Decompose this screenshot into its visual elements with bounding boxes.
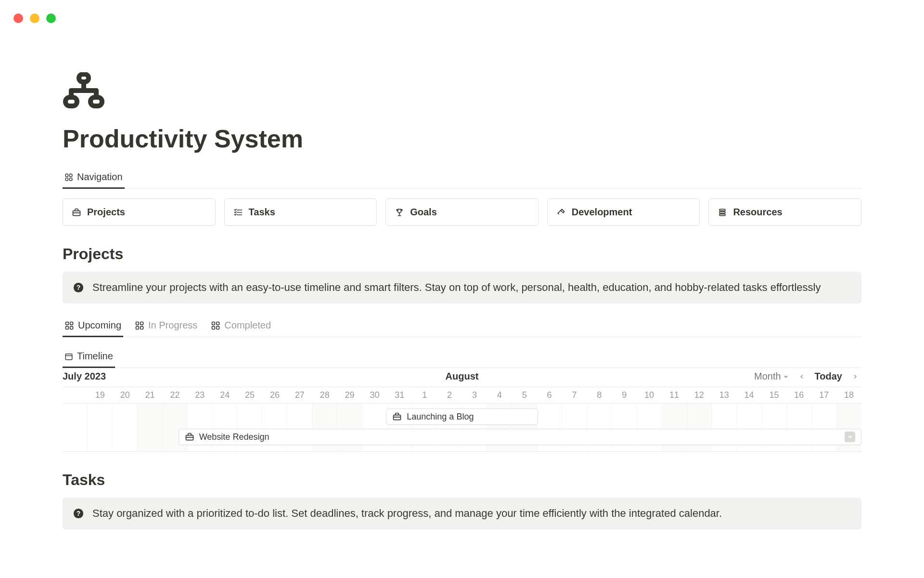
- timeline-date: 22: [163, 387, 188, 403]
- tasks-callout: ? Stay organized with a prioritized to-d…: [63, 498, 861, 529]
- timeline-controls: Month Today: [754, 371, 861, 382]
- svg-rect-41: [186, 435, 193, 440]
- svg-rect-31: [136, 326, 139, 329]
- timeline-bar-label: Website Redesign: [199, 432, 270, 442]
- timeline-tab-row: Timeline: [63, 347, 861, 368]
- timeline-date: [63, 387, 88, 403]
- tasks-callout-text: Stay organized with a prioritized to-do …: [92, 507, 722, 520]
- svg-rect-10: [70, 178, 72, 180]
- svg-rect-9: [65, 178, 68, 180]
- timeline-date: 23: [187, 387, 212, 403]
- tab-timeline-label: Timeline: [77, 351, 113, 362]
- timeline-date: 21: [138, 387, 163, 403]
- timeline-date: 28: [312, 387, 337, 403]
- hammer-icon: [556, 208, 566, 217]
- timeline-bars-area: Launching a BlogWebsite Redesign: [63, 404, 861, 452]
- timeline-mode-label: Month: [754, 371, 781, 382]
- mac-max-dot[interactable]: [46, 13, 56, 23]
- svg-line-19: [558, 213, 559, 214]
- timeline-date: 20: [113, 387, 138, 403]
- timeline-date: 2: [437, 387, 462, 403]
- timeline-date: 29: [337, 387, 362, 403]
- svg-rect-22: [720, 214, 726, 215]
- timeline-date: 1: [412, 387, 437, 403]
- timeline-date: 19: [88, 387, 113, 403]
- svg-text:?: ?: [77, 284, 80, 291]
- timeline-bar-website-redesign[interactable]: Website Redesign: [179, 429, 861, 445]
- timeline-date: 5: [512, 387, 537, 403]
- svg-rect-39: [394, 415, 401, 420]
- tab-timeline[interactable]: Timeline: [63, 347, 115, 368]
- tab-in-progress[interactable]: In Progress: [133, 316, 199, 337]
- timeline-date: 7: [562, 387, 587, 403]
- help-icon: ?: [73, 508, 84, 519]
- svg-rect-37: [65, 354, 72, 359]
- mac-traffic-lights: [13, 13, 56, 23]
- nav-tab-row: Navigation: [63, 168, 861, 189]
- nav-card-projects[interactable]: Projects: [63, 198, 216, 226]
- timeline-today[interactable]: Today: [815, 371, 842, 382]
- timeline-month-left: July 2023: [63, 371, 106, 382]
- help-icon: ?: [73, 282, 84, 293]
- svg-rect-8: [70, 174, 72, 176]
- chevron-left-icon: [798, 373, 805, 380]
- nav-cards: ProjectsTasksGoalsDevelopmentResources: [63, 198, 861, 226]
- timeline-date: 31: [387, 387, 412, 403]
- timeline-date: 8: [587, 387, 612, 403]
- page-icon: [63, 72, 861, 110]
- svg-rect-33: [212, 322, 215, 325]
- timeline-date: 10: [637, 387, 662, 403]
- timeline-date: 4: [487, 387, 512, 403]
- timeline-next[interactable]: [849, 373, 861, 380]
- tab-label: Upcoming: [78, 320, 121, 331]
- timeline-bar-launching-a-blog[interactable]: Launching a Blog: [386, 408, 538, 425]
- calendar-icon: [64, 352, 73, 361]
- tab-label: In Progress: [148, 320, 197, 331]
- timeline-prev[interactable]: [796, 373, 808, 380]
- timeline-date: 9: [612, 387, 637, 403]
- tab-completed[interactable]: Completed: [209, 316, 273, 337]
- timeline-date: 17: [811, 387, 836, 403]
- svg-rect-28: [70, 326, 73, 329]
- timeline-date: 30: [362, 387, 387, 403]
- timeline-date: 26: [262, 387, 287, 403]
- projects-callout: ? Streamline your projects with an easy-…: [63, 272, 861, 303]
- tab-navigation-label: Navigation: [77, 171, 123, 183]
- svg-rect-7: [65, 174, 68, 176]
- timeline-date: 12: [687, 387, 712, 403]
- svg-rect-26: [70, 322, 73, 325]
- nav-card-resources[interactable]: Resources: [708, 198, 861, 226]
- tasks-heading: Tasks: [63, 471, 861, 489]
- grid-icon: [64, 321, 74, 330]
- timeline-date: 24: [212, 387, 237, 403]
- mac-close-dot[interactable]: [13, 13, 23, 23]
- timeline-date: 14: [737, 387, 762, 403]
- nav-card-label: Tasks: [249, 207, 275, 218]
- timeline-date: 6: [537, 387, 562, 403]
- grid-icon: [211, 321, 220, 330]
- nav-card-tasks[interactable]: Tasks: [224, 198, 377, 226]
- timeline-date: 11: [662, 387, 687, 403]
- nav-card-goals[interactable]: Goals: [385, 198, 539, 226]
- timeline-date: 13: [712, 387, 737, 403]
- timeline-bar-label: Launching a Blog: [407, 412, 474, 422]
- tab-navigation[interactable]: Navigation: [63, 168, 125, 188]
- nav-card-label: Projects: [87, 207, 125, 218]
- nav-card-label: Goals: [410, 207, 437, 218]
- tab-upcoming[interactable]: Upcoming: [63, 316, 123, 337]
- continues-right-icon: [845, 432, 855, 442]
- trophy-icon: [395, 208, 404, 217]
- timeline-date: 27: [287, 387, 312, 403]
- projects-heading: Projects: [63, 245, 861, 263]
- checklist-icon: [233, 208, 243, 217]
- timeline-date: 15: [762, 387, 787, 403]
- projects-subtabs: UpcomingIn ProgressCompleted: [63, 316, 861, 337]
- timeline-mode-select[interactable]: Month: [754, 371, 789, 382]
- mac-min-dot[interactable]: [30, 13, 39, 23]
- svg-rect-35: [212, 326, 215, 329]
- timeline-date: 25: [237, 387, 262, 403]
- timeline-month-center: August: [446, 371, 479, 382]
- tab-label: Completed: [224, 320, 271, 331]
- page-title: Productivity System: [63, 124, 861, 153]
- nav-card-development[interactable]: Development: [547, 198, 700, 226]
